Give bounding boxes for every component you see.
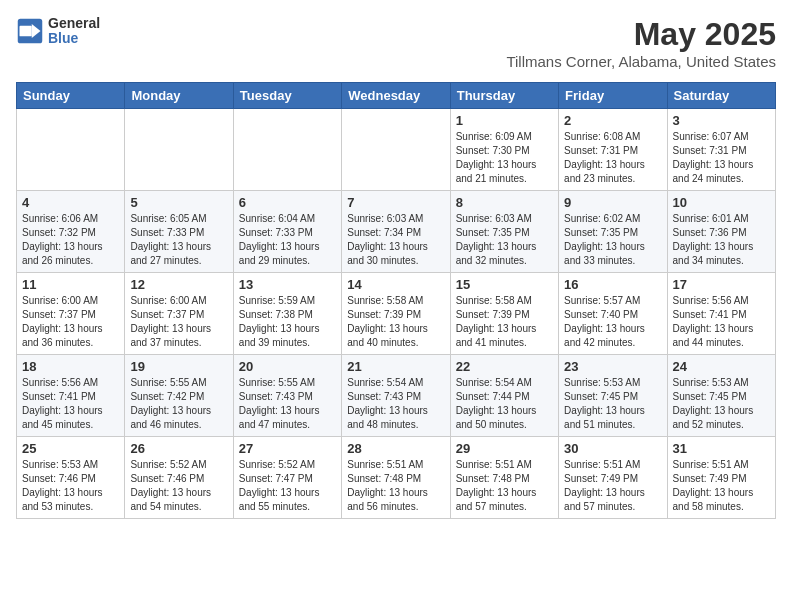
calendar-cell: 8Sunrise: 6:03 AM Sunset: 7:35 PM Daylig… (450, 191, 558, 273)
day-number: 29 (456, 441, 553, 456)
calendar-cell (125, 109, 233, 191)
day-info: Sunrise: 5:57 AM Sunset: 7:40 PM Dayligh… (564, 294, 661, 350)
calendar-cell: 20Sunrise: 5:55 AM Sunset: 7:43 PM Dayli… (233, 355, 341, 437)
day-number: 10 (673, 195, 770, 210)
calendar-cell (342, 109, 450, 191)
day-number: 16 (564, 277, 661, 292)
logo-text: General Blue (48, 16, 100, 47)
calendar-body: 1Sunrise: 6:09 AM Sunset: 7:30 PM Daylig… (17, 109, 776, 519)
day-info: Sunrise: 6:09 AM Sunset: 7:30 PM Dayligh… (456, 130, 553, 186)
weekday-header-monday: Monday (125, 83, 233, 109)
calendar-cell: 2Sunrise: 6:08 AM Sunset: 7:31 PM Daylig… (559, 109, 667, 191)
day-number: 17 (673, 277, 770, 292)
calendar-table: SundayMondayTuesdayWednesdayThursdayFrid… (16, 82, 776, 519)
day-number: 13 (239, 277, 336, 292)
weekday-header-friday: Friday (559, 83, 667, 109)
day-info: Sunrise: 5:51 AM Sunset: 7:48 PM Dayligh… (347, 458, 444, 514)
day-info: Sunrise: 6:07 AM Sunset: 7:31 PM Dayligh… (673, 130, 770, 186)
calendar-cell: 9Sunrise: 6:02 AM Sunset: 7:35 PM Daylig… (559, 191, 667, 273)
day-number: 11 (22, 277, 119, 292)
weekday-header-saturday: Saturday (667, 83, 775, 109)
week-row-1: 1Sunrise: 6:09 AM Sunset: 7:30 PM Daylig… (17, 109, 776, 191)
day-number: 19 (130, 359, 227, 374)
day-number: 12 (130, 277, 227, 292)
week-row-5: 25Sunrise: 5:53 AM Sunset: 7:46 PM Dayli… (17, 437, 776, 519)
day-number: 1 (456, 113, 553, 128)
day-info: Sunrise: 6:00 AM Sunset: 7:37 PM Dayligh… (22, 294, 119, 350)
week-row-4: 18Sunrise: 5:56 AM Sunset: 7:41 PM Dayli… (17, 355, 776, 437)
calendar-cell: 1Sunrise: 6:09 AM Sunset: 7:30 PM Daylig… (450, 109, 558, 191)
day-info: Sunrise: 5:54 AM Sunset: 7:44 PM Dayligh… (456, 376, 553, 432)
calendar-cell (233, 109, 341, 191)
month-title: May 2025 (506, 16, 776, 53)
day-number: 31 (673, 441, 770, 456)
calendar-cell: 19Sunrise: 5:55 AM Sunset: 7:42 PM Dayli… (125, 355, 233, 437)
calendar-cell (17, 109, 125, 191)
day-info: Sunrise: 5:51 AM Sunset: 7:49 PM Dayligh… (673, 458, 770, 514)
day-number: 23 (564, 359, 661, 374)
day-info: Sunrise: 6:03 AM Sunset: 7:34 PM Dayligh… (347, 212, 444, 268)
day-info: Sunrise: 5:56 AM Sunset: 7:41 PM Dayligh… (673, 294, 770, 350)
day-info: Sunrise: 5:53 AM Sunset: 7:46 PM Dayligh… (22, 458, 119, 514)
day-number: 9 (564, 195, 661, 210)
day-info: Sunrise: 5:56 AM Sunset: 7:41 PM Dayligh… (22, 376, 119, 432)
day-info: Sunrise: 6:02 AM Sunset: 7:35 PM Dayligh… (564, 212, 661, 268)
day-info: Sunrise: 6:03 AM Sunset: 7:35 PM Dayligh… (456, 212, 553, 268)
calendar-cell: 27Sunrise: 5:52 AM Sunset: 7:47 PM Dayli… (233, 437, 341, 519)
logo: General Blue (16, 16, 100, 47)
calendar-cell: 22Sunrise: 5:54 AM Sunset: 7:44 PM Dayli… (450, 355, 558, 437)
week-row-3: 11Sunrise: 6:00 AM Sunset: 7:37 PM Dayli… (17, 273, 776, 355)
calendar-cell: 18Sunrise: 5:56 AM Sunset: 7:41 PM Dayli… (17, 355, 125, 437)
day-info: Sunrise: 5:51 AM Sunset: 7:49 PM Dayligh… (564, 458, 661, 514)
logo-icon (16, 17, 44, 45)
day-info: Sunrise: 6:08 AM Sunset: 7:31 PM Dayligh… (564, 130, 661, 186)
calendar-cell: 24Sunrise: 5:53 AM Sunset: 7:45 PM Dayli… (667, 355, 775, 437)
day-info: Sunrise: 5:59 AM Sunset: 7:38 PM Dayligh… (239, 294, 336, 350)
day-number: 15 (456, 277, 553, 292)
day-number: 25 (22, 441, 119, 456)
day-number: 3 (673, 113, 770, 128)
day-info: Sunrise: 5:54 AM Sunset: 7:43 PM Dayligh… (347, 376, 444, 432)
calendar-cell: 26Sunrise: 5:52 AM Sunset: 7:46 PM Dayli… (125, 437, 233, 519)
calendar-cell: 17Sunrise: 5:56 AM Sunset: 7:41 PM Dayli… (667, 273, 775, 355)
day-info: Sunrise: 5:58 AM Sunset: 7:39 PM Dayligh… (456, 294, 553, 350)
day-number: 28 (347, 441, 444, 456)
calendar-cell: 25Sunrise: 5:53 AM Sunset: 7:46 PM Dayli… (17, 437, 125, 519)
day-info: Sunrise: 6:00 AM Sunset: 7:37 PM Dayligh… (130, 294, 227, 350)
day-info: Sunrise: 5:55 AM Sunset: 7:42 PM Dayligh… (130, 376, 227, 432)
calendar-cell: 13Sunrise: 5:59 AM Sunset: 7:38 PM Dayli… (233, 273, 341, 355)
calendar-cell: 16Sunrise: 5:57 AM Sunset: 7:40 PM Dayli… (559, 273, 667, 355)
day-number: 27 (239, 441, 336, 456)
week-row-2: 4Sunrise: 6:06 AM Sunset: 7:32 PM Daylig… (17, 191, 776, 273)
calendar-cell: 30Sunrise: 5:51 AM Sunset: 7:49 PM Dayli… (559, 437, 667, 519)
day-number: 5 (130, 195, 227, 210)
day-info: Sunrise: 5:52 AM Sunset: 7:47 PM Dayligh… (239, 458, 336, 514)
page-header: General Blue May 2025 Tillmans Corner, A… (16, 16, 776, 70)
day-number: 4 (22, 195, 119, 210)
day-number: 30 (564, 441, 661, 456)
weekday-header-thursday: Thursday (450, 83, 558, 109)
calendar-cell: 12Sunrise: 6:00 AM Sunset: 7:37 PM Dayli… (125, 273, 233, 355)
calendar-cell: 31Sunrise: 5:51 AM Sunset: 7:49 PM Dayli… (667, 437, 775, 519)
day-info: Sunrise: 6:05 AM Sunset: 7:33 PM Dayligh… (130, 212, 227, 268)
calendar-cell: 7Sunrise: 6:03 AM Sunset: 7:34 PM Daylig… (342, 191, 450, 273)
day-info: Sunrise: 5:53 AM Sunset: 7:45 PM Dayligh… (564, 376, 661, 432)
svg-rect-2 (20, 26, 32, 37)
day-number: 14 (347, 277, 444, 292)
calendar-cell: 11Sunrise: 6:00 AM Sunset: 7:37 PM Dayli… (17, 273, 125, 355)
day-number: 24 (673, 359, 770, 374)
calendar-cell: 23Sunrise: 5:53 AM Sunset: 7:45 PM Dayli… (559, 355, 667, 437)
calendar-cell: 28Sunrise: 5:51 AM Sunset: 7:48 PM Dayli… (342, 437, 450, 519)
calendar-cell: 14Sunrise: 5:58 AM Sunset: 7:39 PM Dayli… (342, 273, 450, 355)
weekday-header-wednesday: Wednesday (342, 83, 450, 109)
day-number: 18 (22, 359, 119, 374)
calendar-cell: 21Sunrise: 5:54 AM Sunset: 7:43 PM Dayli… (342, 355, 450, 437)
weekday-header-tuesday: Tuesday (233, 83, 341, 109)
logo-blue-text: Blue (48, 31, 100, 46)
day-info: Sunrise: 5:53 AM Sunset: 7:45 PM Dayligh… (673, 376, 770, 432)
calendar-cell: 4Sunrise: 6:06 AM Sunset: 7:32 PM Daylig… (17, 191, 125, 273)
day-info: Sunrise: 5:58 AM Sunset: 7:39 PM Dayligh… (347, 294, 444, 350)
day-number: 6 (239, 195, 336, 210)
day-number: 8 (456, 195, 553, 210)
day-info: Sunrise: 5:55 AM Sunset: 7:43 PM Dayligh… (239, 376, 336, 432)
